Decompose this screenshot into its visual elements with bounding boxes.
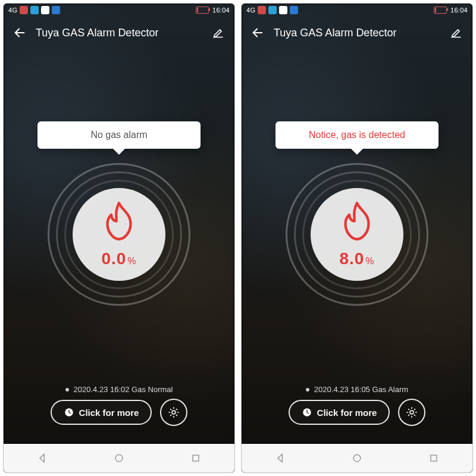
network-indicator: 4G	[246, 7, 255, 14]
status-bar: 4G 16:04	[4, 4, 234, 17]
nav-home-button[interactable]	[351, 452, 363, 464]
clock-icon	[64, 407, 74, 418]
event-log-line: 2020.4.23 16:05 Gas Alarm	[242, 385, 472, 394]
status-icon	[30, 6, 39, 14]
page-title: Tuya GAS Alarm Detector	[36, 27, 158, 39]
svg-rect-7	[431, 455, 437, 461]
page-title: Tuya GAS Alarm Detector	[274, 27, 396, 39]
settings-button[interactable]	[160, 399, 187, 426]
back-button[interactable]	[250, 25, 265, 40]
android-nav-bar	[4, 444, 234, 472]
click-for-more-button[interactable]: Click for more	[51, 400, 152, 425]
svg-rect-3	[193, 455, 199, 461]
battery-icon	[196, 7, 209, 14]
edit-button[interactable]	[211, 25, 226, 40]
status-icon	[268, 6, 277, 14]
nav-back-button[interactable]	[274, 452, 286, 464]
app-bar: Tuya GAS Alarm Detector	[242, 19, 472, 46]
back-button[interactable]	[12, 25, 27, 40]
status-icon	[258, 6, 266, 14]
gas-gauge: 0.0%	[48, 163, 190, 306]
status-icon	[52, 6, 60, 14]
clock-icon	[302, 407, 312, 418]
svg-point-6	[353, 455, 361, 462]
status-tooltip: Notice, gas is detected	[275, 121, 439, 149]
status-icon	[20, 6, 28, 14]
svg-point-1	[173, 411, 176, 414]
nav-home-button[interactable]	[113, 452, 125, 464]
flame-icon	[98, 201, 140, 247]
gas-percent: 8.0%	[339, 249, 374, 268]
network-indicator: 4G	[8, 7, 17, 14]
tooltip-text: No gas alarm	[90, 130, 147, 140]
tooltip-text: Notice, gas is detected	[309, 130, 405, 140]
gear-icon	[167, 406, 180, 419]
bullet-icon	[65, 388, 69, 392]
svg-point-5	[411, 411, 414, 414]
more-label: Click for more	[79, 408, 139, 418]
click-for-more-button[interactable]: Click for more	[289, 400, 390, 425]
event-text: 2020.4.23 16:05 Gas Alarm	[314, 385, 408, 394]
nav-recent-button[interactable]	[428, 452, 440, 464]
bullet-icon	[306, 388, 309, 392]
gear-icon	[405, 406, 418, 419]
gas-gauge: 8.0%	[286, 163, 428, 306]
clock: 16:04	[450, 7, 468, 14]
action-row: Click for more	[4, 399, 234, 426]
status-icon	[41, 6, 49, 14]
gas-percent: 0.0%	[101, 249, 136, 268]
settings-button[interactable]	[398, 399, 425, 426]
status-icon	[279, 6, 287, 14]
app-bar: Tuya GAS Alarm Detector	[4, 19, 234, 46]
action-row: Click for more	[242, 399, 472, 426]
edit-button[interactable]	[449, 25, 464, 40]
nav-back-button[interactable]	[36, 452, 48, 464]
nav-recent-button[interactable]	[190, 452, 202, 464]
event-log-line: 2020.4.23 16:02 Gas Normal	[4, 385, 234, 394]
flame-icon	[336, 201, 378, 247]
status-icon	[290, 6, 298, 14]
clock: 16:04	[212, 7, 230, 14]
battery-icon	[434, 7, 447, 14]
phone-screenshot: 4G 16:04 Tuya GAS Alarm Detector No gas …	[4, 4, 234, 472]
status-tooltip: No gas alarm	[37, 121, 201, 149]
event-text: 2020.4.23 16:02 Gas Normal	[74, 385, 173, 394]
more-label: Click for more	[317, 408, 377, 418]
status-bar: 4G 16:04	[242, 4, 472, 17]
phone-screenshot: 4G 16:04 Tuya GAS Alarm Detector Notice,…	[242, 4, 472, 472]
svg-point-2	[115, 455, 123, 462]
android-nav-bar	[242, 444, 472, 472]
